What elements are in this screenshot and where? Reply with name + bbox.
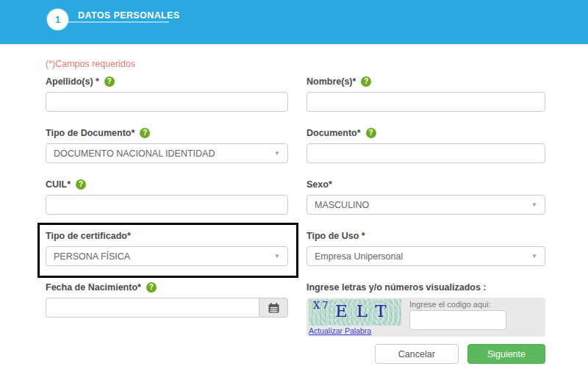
captcha-input-label: Ingrese el codigo aqui: xyxy=(409,300,506,309)
help-icon[interactable]: ? xyxy=(140,128,150,138)
apellido-input[interactable] xyxy=(46,92,288,112)
tipo-uso-label: Tipo de Uso * xyxy=(306,231,365,241)
chevron-down-icon: ▼ xyxy=(274,254,280,259)
cancel-button[interactable]: Cancelar xyxy=(375,344,459,364)
field-captcha: Ingrese letras y/o números visualizados … xyxy=(306,282,545,337)
chevron-down-icon: ▼ xyxy=(531,254,537,259)
tipo-documento-selected-value: DOCUMENTO NACIONAL IDENTIDAD xyxy=(54,148,215,159)
step-progress-line xyxy=(66,21,169,23)
tipo-uso-selected-value: Empresa Unipersonal xyxy=(315,251,403,262)
required-fields-note: (*)Campos requeridos xyxy=(46,59,545,70)
tipo-certificado-selected-value: PERSONA FÍSICA xyxy=(54,251,130,262)
help-icon[interactable]: ? xyxy=(76,179,86,190)
personal-data-form: Apellido(s) * ? Nombre(s)* ? Tipo de Doc… xyxy=(46,76,545,337)
step-1-indicator: 1 xyxy=(47,9,68,30)
page-title: DATOS PERSONALES xyxy=(78,10,180,21)
sexo-label: Sexo* xyxy=(306,179,332,190)
captcha-code-input[interactable] xyxy=(409,310,506,330)
tipo-certificado-select[interactable]: PERSONA FÍSICA ▼ xyxy=(46,246,288,266)
documento-input[interactable] xyxy=(306,143,545,163)
form-container: (*)Campos requeridos Apellido(s) * ? Nom… xyxy=(0,59,588,364)
field-apellido: Apellido(s) * ? xyxy=(46,76,288,112)
help-icon[interactable]: ? xyxy=(146,282,157,293)
sexo-select[interactable]: MASCULINO ▼ xyxy=(306,195,545,215)
captcha-section-label: Ingrese letras y/o números visualizados … xyxy=(306,282,487,293)
nombre-input[interactable] xyxy=(306,92,545,112)
help-icon[interactable]: ? xyxy=(104,76,115,87)
sexo-selected-value: MASCULINO xyxy=(315,200,369,210)
fecha-nacimiento-input[interactable] xyxy=(46,298,259,318)
tipo-documento-select[interactable]: DOCUMENTO NACIONAL IDENTIDAD ▼ xyxy=(46,143,288,163)
field-nombre: Nombre(s)* ? xyxy=(306,76,545,112)
wizard-header: 1 DATOS PERSONALES xyxy=(0,0,588,44)
documento-label: Documento* xyxy=(306,128,361,138)
captcha-image: X7 ELT xyxy=(309,299,401,326)
fecha-nacimiento-label: Fecha de Nacimiento* xyxy=(46,282,141,293)
field-sexo: Sexo* MASCULINO ▼ xyxy=(306,179,545,215)
cuil-label: CUIL* xyxy=(46,179,71,190)
next-button[interactable]: Siguiente xyxy=(467,344,545,364)
nombre-label: Nombre(s)* xyxy=(306,76,356,87)
calendar-picker-button[interactable] xyxy=(259,298,288,318)
captcha-code-small: X7 xyxy=(313,300,331,311)
form-actions: Cancelar Siguiente xyxy=(46,344,545,364)
chevron-down-icon: ▼ xyxy=(274,151,280,157)
cuil-input[interactable] xyxy=(46,195,288,215)
field-tipo-documento: Tipo de Documento* ? DOCUMENTO NACIONAL … xyxy=(46,127,288,163)
tipo-uso-select[interactable]: Empresa Unipersonal ▼ xyxy=(306,246,545,266)
captcha-code-large: ELT xyxy=(335,301,395,320)
captcha-refresh-link[interactable]: Actualizar Palabra xyxy=(309,326,371,335)
tipo-documento-label: Tipo de Documento* xyxy=(46,128,135,138)
field-fecha-nacimiento: Fecha de Nacimiento* ? xyxy=(46,282,288,321)
captcha-panel: X7 ELT Actualizar Palabra Ingrese el cod… xyxy=(306,298,545,337)
field-tipo-uso: Tipo de Uso * Empresa Unipersonal ▼ xyxy=(306,230,545,266)
field-cuil: CUIL* ? xyxy=(46,179,288,215)
field-documento: Documento* ? xyxy=(306,127,545,163)
calendar-icon xyxy=(268,303,279,313)
chevron-down-icon: ▼ xyxy=(531,202,537,208)
help-icon[interactable]: ? xyxy=(366,128,376,138)
help-icon[interactable]: ? xyxy=(361,76,371,87)
field-tipo-certificado: Tipo de certificado* PERSONA FÍSICA ▼ xyxy=(46,230,288,266)
apellido-label: Apellido(s) * xyxy=(46,76,99,87)
tipo-certificado-label: Tipo de certificado* xyxy=(46,231,131,241)
